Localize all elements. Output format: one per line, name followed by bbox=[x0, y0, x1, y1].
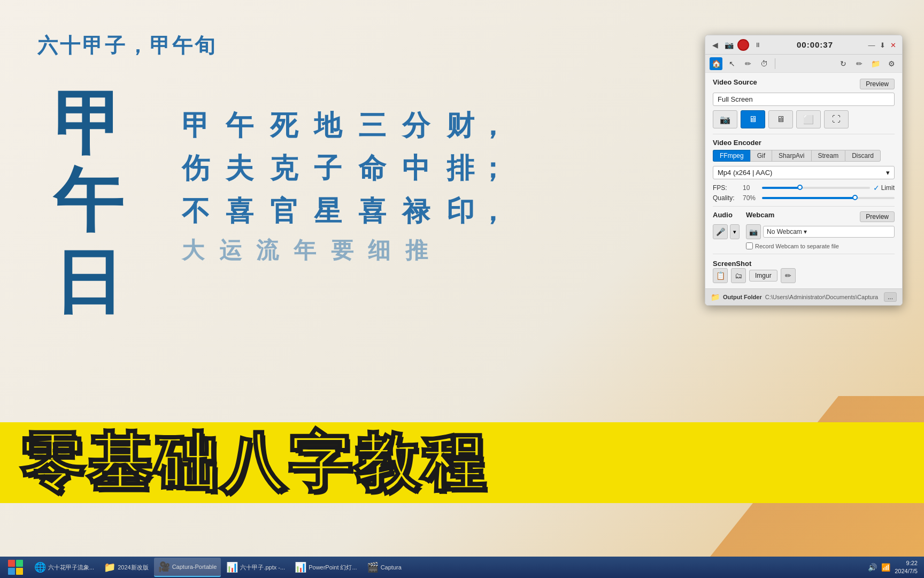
source-region-btn[interactable]: ⬜ bbox=[796, 110, 821, 128]
clock-display: 9:22 2024/7/5 bbox=[895, 559, 918, 576]
big-char-jia: 甲 bbox=[53, 86, 124, 162]
record-separate-row: Record Webcam to separate file bbox=[746, 242, 895, 249]
taskbar-ppt1[interactable]: 📊 六十甲子.pptx -... bbox=[222, 558, 289, 577]
big-char-ri: 日 bbox=[53, 244, 124, 321]
quality-value: 70% bbox=[743, 194, 759, 202]
clock-time: 9:22 bbox=[895, 559, 918, 567]
big-char-wu: 午 bbox=[53, 162, 124, 239]
output-label: Output Folder bbox=[723, 294, 762, 300]
captura-panel: ◀ 📷 ⏸ 00:00:37 — ⬇ ✕ 🏠 ↖ ✏ ⏱ ↻ ✏ 📁 ⚙ Vid… bbox=[705, 35, 903, 306]
output-folder-row: 📁 Output Folder C:\Users\Administrator\D… bbox=[705, 288, 902, 305]
verse-2: 伤 夫 克 子 命 中 排； bbox=[182, 150, 511, 187]
taskbar-captura[interactable]: 🎬 Captura bbox=[363, 558, 406, 577]
ss-edit-btn[interactable]: ✏ bbox=[781, 268, 796, 283]
yellow-banner-text: 零基础八字教程 bbox=[21, 428, 489, 497]
screenshot-title: ScreenShot bbox=[713, 260, 751, 268]
output-more-button[interactable]: ... bbox=[884, 292, 897, 302]
enc-tab-gif[interactable]: Gif bbox=[750, 150, 772, 162]
toolbar-rotate[interactable]: ↻ bbox=[837, 57, 850, 70]
webcam-section: Webcam Preview 📷 No Webcam ▾ Record Webc… bbox=[746, 211, 895, 249]
toolbar-settings[interactable]: ⚙ bbox=[885, 57, 898, 70]
fps-value: 10 bbox=[743, 184, 759, 192]
audio-btn-row: 🎤 ▾ bbox=[713, 224, 740, 239]
timer-display: 00:00:37 bbox=[766, 40, 864, 49]
taskbar-chrome[interactable]: 🌐 六十花甲子流象... bbox=[30, 558, 98, 577]
ppt2-icon: 📊 bbox=[295, 561, 306, 573]
source-window-btn[interactable]: 🖥 bbox=[741, 110, 765, 128]
taskbar-ppt2[interactable]: 📊 PowerPoint 幻灯... bbox=[290, 558, 361, 577]
divider-1 bbox=[713, 134, 895, 134]
source-fullscreen-btn[interactable]: ⛶ bbox=[824, 110, 849, 128]
big-chars-container: 甲 午 日 bbox=[53, 86, 124, 321]
webcam-icon-btn[interactable]: 📷 bbox=[746, 224, 761, 239]
source-icons-row: 📷 🖥 🖥 ⬜ ⛶ bbox=[713, 110, 895, 128]
webcam-title: Webcam bbox=[746, 211, 774, 219]
ss-copy-btn[interactable]: 📋 bbox=[713, 268, 728, 283]
captura2-icon: 🎬 bbox=[367, 561, 379, 573]
toolbar-timer[interactable]: ⏱ bbox=[758, 57, 771, 70]
fps-slider-row: FPS: 10 ✓ Limit bbox=[713, 184, 895, 192]
video-preview-button[interactable]: Preview bbox=[860, 79, 895, 89]
fps-label: FPS: bbox=[713, 184, 740, 192]
quality-slider-fill bbox=[762, 197, 855, 199]
taskbar-folder[interactable]: 📁 2024新改版 bbox=[99, 558, 152, 577]
taskbar: 🌐 六十花甲子流象... 📁 2024新改版 🎥 Captura-Portabl… bbox=[0, 557, 924, 578]
record-button[interactable] bbox=[737, 39, 749, 51]
taskbar-ppt2-label: PowerPoint 幻灯... bbox=[309, 564, 357, 572]
camera-button[interactable]: 📷 bbox=[725, 41, 733, 49]
output-path: C:\Users\Administrator\Documents\Captura bbox=[765, 294, 881, 300]
folder-taskbar-icon: 📁 bbox=[104, 561, 116, 573]
source-webcam-btn[interactable]: 📷 bbox=[713, 110, 737, 128]
enc-tab-discard[interactable]: Discard bbox=[845, 150, 881, 162]
toolbar-pointer[interactable]: ↖ bbox=[726, 57, 738, 70]
fps-slider-thumb bbox=[797, 185, 803, 190]
video-source-dropdown[interactable]: Full Screen bbox=[713, 93, 895, 106]
codec-dropdown[interactable]: Mp4 (x264 | AAC) ▾ bbox=[713, 166, 895, 179]
limit-checkbox[interactable]: ✓ Limit bbox=[873, 184, 895, 192]
start-button[interactable] bbox=[2, 558, 29, 577]
source-monitor-btn[interactable]: 🖥 bbox=[768, 110, 793, 128]
yellow-banner: 零基础八字教程 bbox=[0, 422, 924, 503]
quality-slider-row: Quality: 70% bbox=[713, 194, 895, 202]
video-encoder-title: Video Encoder bbox=[713, 139, 895, 147]
toolbar-edit[interactable]: ✏ bbox=[853, 57, 866, 70]
enc-tab-sharpavi[interactable]: SharpAvi bbox=[772, 150, 811, 162]
enc-tab-stream[interactable]: Stream bbox=[811, 150, 845, 162]
tray-network[interactable]: 📶 bbox=[881, 563, 890, 572]
pause-button[interactable]: ⏸ bbox=[753, 41, 762, 49]
verse-1: 甲 午 死 地 三 分 财， bbox=[182, 107, 511, 144]
fps-slider-fill bbox=[762, 187, 800, 189]
audio-title: Audio bbox=[713, 211, 740, 219]
taskbar-captura-label: Captura bbox=[381, 564, 402, 571]
record-separate-label: Record Webcam to separate file bbox=[755, 243, 839, 249]
verse-4: 大 运 流 年 要 细 推 bbox=[182, 235, 511, 265]
quality-slider-track[interactable] bbox=[762, 197, 895, 199]
toolbar-draw[interactable]: ✏ bbox=[742, 57, 754, 70]
microphone-button[interactable]: 🎤 bbox=[713, 224, 728, 239]
taskbar-ppt1-label: 六十甲子.pptx -... bbox=[240, 564, 285, 572]
fps-slider-track[interactable] bbox=[762, 187, 870, 189]
toolbar-folder[interactable]: 📁 bbox=[869, 57, 882, 70]
ss-save-btn[interactable]: 🗂 bbox=[731, 268, 746, 283]
taskbar-folder-label: 2024新改版 bbox=[118, 564, 148, 572]
windows-logo bbox=[8, 560, 23, 575]
webcam-dropdown[interactable]: No Webcam ▾ bbox=[763, 226, 895, 238]
close-button[interactable]: ✕ bbox=[889, 41, 897, 49]
webcam-preview-button[interactable]: Preview bbox=[860, 211, 895, 222]
rollup-button[interactable]: ⬇ bbox=[879, 41, 886, 49]
taskbar-chrome-label: 六十花甲子流象... bbox=[48, 564, 94, 572]
taskbar-captura-portable[interactable]: 🎥 Captura-Portable bbox=[154, 558, 221, 577]
minimize-button[interactable]: — bbox=[868, 41, 875, 49]
window-controls: — ⬇ ✕ bbox=[868, 41, 897, 49]
taskbar-right: 🔊 📶 9:22 2024/7/5 bbox=[868, 559, 922, 576]
imgur-button[interactable]: Imgur bbox=[749, 270, 777, 282]
record-separate-checkbox[interactable] bbox=[746, 242, 753, 249]
enc-tab-ffmpeg[interactable]: FFmpeg bbox=[713, 150, 750, 162]
toolbar-home[interactable]: 🏠 bbox=[710, 57, 722, 70]
divider-3 bbox=[713, 254, 895, 254]
video-source-title: Video Source bbox=[713, 78, 757, 86]
clock-date: 2024/7/5 bbox=[895, 567, 918, 575]
back-button[interactable]: ◀ bbox=[711, 41, 719, 49]
audio-dropdown-button[interactable]: ▾ bbox=[730, 224, 740, 239]
tray-volume[interactable]: 🔊 bbox=[868, 563, 877, 572]
